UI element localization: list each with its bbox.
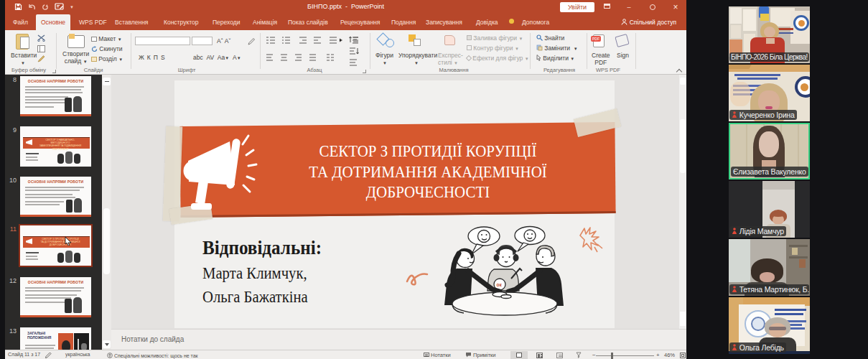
svg-text:ок: ок [497,282,503,287]
